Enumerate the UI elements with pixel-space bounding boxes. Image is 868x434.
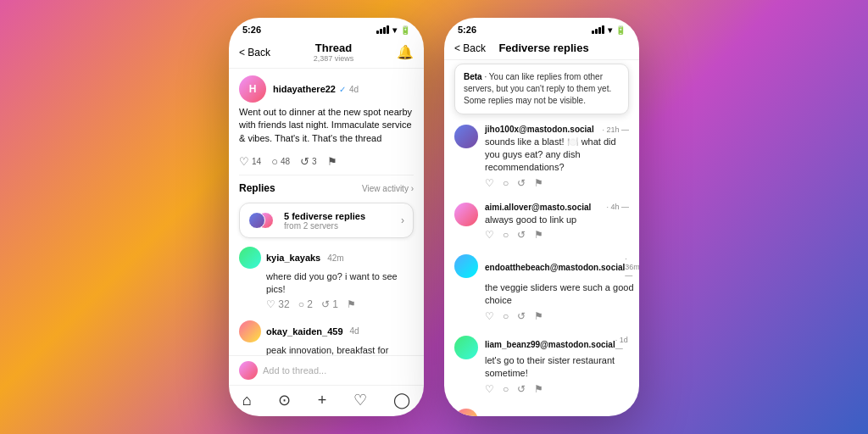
fedi-time-1: · 21h —: [602, 125, 629, 134]
fedi-avatar-princess: [454, 409, 478, 416]
fedi-reply-header-5: princess_peace@mastodon.social · 27m —: [485, 409, 638, 416]
fedi-heart-4[interactable]: ♡: [485, 383, 494, 395]
fedi-reply-5: princess_peace@mastodon.social · 27m — h…: [444, 403, 639, 416]
time-2: 5:26: [458, 25, 476, 35]
phones-container: 5:26 ▾ 🔋 < Back Thread 2,387 views 🔔: [229, 18, 639, 416]
fedi-repost-1[interactable]: ↺: [517, 177, 526, 189]
view-activity-link[interactable]: View activity ›: [362, 184, 414, 193]
author-details: hidayathere22 ✓ 4d: [273, 84, 359, 94]
fediverse-avatars: [248, 210, 279, 231]
add-to-thread[interactable]: Add to thread...: [239, 361, 326, 380]
tab-new[interactable]: +: [318, 392, 327, 409]
chevron-right-icon: ›: [401, 214, 404, 226]
phone-thread: 5:26 ▾ 🔋 < Back Thread 2,387 views 🔔: [229, 18, 424, 416]
back-button-1[interactable]: < Back: [239, 47, 270, 58]
status-icons-2: ▾ 🔋: [592, 25, 626, 35]
author-avatar: H: [239, 75, 266, 103]
thread-title: Thread: [314, 42, 354, 54]
fedi-text-1: sounds like a blast! 🍽️ what did you guy…: [485, 136, 629, 174]
fedi-reply-content-2: aimi.allover@masto.social · 4h — always …: [485, 203, 629, 242]
nav-bar-1: < Back Thread 2,387 views 🔔: [229, 38, 424, 69]
reply-actions-1: ♡ 32 ○ 2 ↺ 1 ⚑: [239, 298, 414, 310]
reply-time-2: 4d: [350, 326, 359, 336]
replies-header: Replies View activity ›: [229, 175, 424, 199]
reply-avatar-1: [239, 247, 261, 269]
fedi-name-3: endoatthebeach@mastodon.social: [485, 263, 625, 272]
fedi-avatar-jiho: [454, 125, 478, 148]
comment-action[interactable]: ○ 48: [271, 155, 290, 168]
fedi-comment-3[interactable]: ○: [503, 310, 509, 322]
add-thread-placeholder[interactable]: Add to thread...: [263, 365, 326, 376]
fediverse-sub: from 2 servers: [284, 221, 365, 231]
fedi-text-2: always good to link up: [485, 214, 629, 226]
fediverse-card[interactable]: 5 fediverse replies from 2 servers ›: [239, 203, 414, 238]
battery-icon-2: 🔋: [615, 25, 626, 35]
fedi-comment-4[interactable]: ○: [503, 383, 509, 395]
fediverse-nav-title: Fediverse replies: [498, 42, 588, 54]
reply-text-1: where did you go? i want to see pics!: [239, 270, 414, 296]
fediverse-text: 5 fediverse replies from 2 servers: [284, 211, 365, 231]
author-info: hidayathere22 ✓ 4d: [273, 84, 359, 94]
like-action[interactable]: ♡ 14: [239, 155, 261, 168]
reply-item-2: okay_kaiden_459 4d peak innovation, brea…: [229, 315, 424, 355]
thread-subtitle: 2,387 views: [314, 54, 354, 63]
fedi-reply-3: endoatthebeach@mastodon.social · 36m — t…: [444, 249, 639, 327]
tab-likes[interactable]: ♡: [353, 391, 367, 409]
fedi-heart-2[interactable]: ♡: [485, 229, 494, 241]
reply-repost-icon[interactable]: ↺ 1: [321, 298, 338, 310]
reply-comment-icon[interactable]: ○ 2: [298, 298, 313, 310]
fedi-heart-1[interactable]: ♡: [485, 177, 494, 189]
fedi-heart-3[interactable]: ♡: [485, 310, 494, 322]
fedi-name-4: liam_beanz99@mastodon.social: [485, 340, 615, 349]
fedi-time-5: · 27m —: [624, 409, 639, 416]
reply-bookmark-icon[interactable]: ⚑: [347, 298, 356, 310]
back-button-2[interactable]: < Back: [454, 42, 486, 54]
like-count: 14: [252, 157, 261, 166]
fedi-comment-1[interactable]: ○: [503, 177, 509, 189]
nav-center-2: Fediverse replies: [498, 42, 588, 54]
reply-item-1: kyia_kayaks 42m where did you go? i want…: [229, 242, 424, 315]
fedi-flag-1[interactable]: ⚑: [534, 177, 543, 189]
thread-content: H hidayathere22 ✓ 4d Went out to dinner …: [229, 69, 424, 355]
fediverse-left: 5 fediverse replies from 2 servers: [248, 210, 365, 231]
signal-icon-2: [592, 25, 604, 34]
bottom-input-bar: Add to thread...: [229, 355, 424, 385]
fedi-comment-2[interactable]: ○: [503, 229, 509, 241]
fedi-repost-2[interactable]: ↺: [517, 229, 526, 241]
reply-heart-icon[interactable]: ♡ 32: [266, 298, 290, 310]
share-action[interactable]: ⚑: [327, 155, 337, 168]
fedi-time-4: · 1d —: [615, 336, 629, 353]
post-actions: ♡ 14 ○ 48 ↺ 3 ⚑: [229, 152, 424, 175]
signal-icon: [376, 25, 389, 34]
bell-icon[interactable]: 🔔: [397, 44, 414, 60]
fedi-avatar-liam: [454, 336, 478, 359]
fedi-reply-4: liam_beanz99@mastodon.social · 1d — let'…: [444, 331, 639, 400]
reply-text-2: peak innovation, breakfast for dinner: [239, 344, 414, 355]
tab-home[interactable]: ⌂: [242, 392, 252, 409]
fedi-actions-3: ♡ ○ ↺ ⚑: [485, 310, 639, 322]
repost-count: 3: [312, 157, 317, 166]
phone-fediverse: 5:26 ▾ 🔋 < Back Fediverse replies: [444, 18, 639, 416]
nav-center-1: Thread 2,387 views: [314, 42, 354, 63]
post-time: 4d: [349, 85, 359, 94]
tab-search[interactable]: ⊙: [278, 391, 291, 409]
fedi-repost-3[interactable]: ↺: [517, 310, 526, 322]
fedi-flag-3[interactable]: ⚑: [534, 310, 543, 322]
verified-badge: ✓: [339, 85, 346, 94]
fedi-flag-2[interactable]: ⚑: [534, 229, 543, 241]
fedi-reply-header-3: endoatthebeach@mastodon.social · 36m —: [485, 254, 639, 280]
nav-bar-2: < Back Fediverse replies: [444, 38, 639, 60]
comment-count: 48: [281, 157, 290, 166]
repost-action[interactable]: ↺ 3: [300, 155, 317, 168]
fedi-reply-content-3: endoatthebeach@mastodon.social · 36m — t…: [485, 254, 639, 322]
fedi-repost-4[interactable]: ↺: [517, 383, 526, 395]
post-text: Went out to dinner at the new spot nearb…: [229, 106, 424, 152]
fediverse-title: 5 fediverse replies: [284, 211, 365, 221]
fedi-actions-1: ♡ ○ ↺ ⚑: [485, 177, 629, 189]
fedi-reply-header-1: jiho100x@mastodon.social · 21h —: [485, 125, 629, 134]
status-bar-2: 5:26 ▾ 🔋: [444, 18, 639, 38]
fedi-text-4: let's go to their sister restaurant some…: [485, 354, 629, 380]
tab-profile[interactable]: ◯: [393, 391, 410, 409]
reply-avatar-2: [239, 320, 261, 342]
fedi-flag-4[interactable]: ⚑: [534, 383, 543, 395]
